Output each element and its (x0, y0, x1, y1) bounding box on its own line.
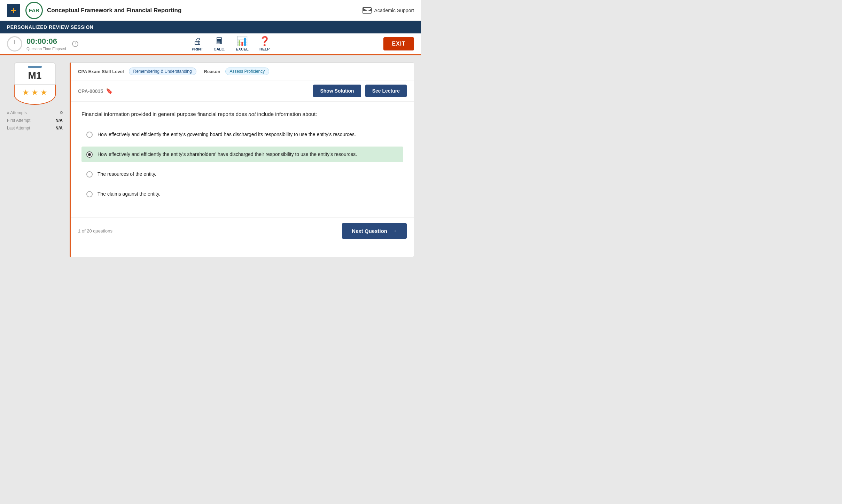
star-2: ★ (31, 88, 38, 97)
print-icon: 🖨 (193, 37, 202, 46)
first-attempt-row: First Attempt N/A (7, 118, 63, 123)
option-a[interactable]: How effectively and efficiently the enti… (81, 127, 403, 142)
attempts-label: # Attempts (7, 110, 27, 115)
last-attempt-label: Last Attempt (7, 126, 30, 131)
next-question-button[interactable]: Next Question → (342, 223, 407, 239)
info-icon[interactable]: i (72, 41, 78, 47)
sidebar: M1 ★ ★ ★ # Attempts 0 First Attempt N/A … (7, 62, 63, 133)
attempts-row: # Attempts 0 (7, 110, 63, 115)
option-d-radio[interactable] (86, 191, 93, 197)
question-toolbar: CPA-00015 🔖 Show Solution See Lecture (71, 80, 414, 102)
question-id: CPA-00015 🔖 (78, 88, 309, 94)
clock-icon (7, 36, 22, 52)
question-panel: CPA Exam Skill Level Remembering & Under… (70, 62, 414, 257)
academic-support-link[interactable]: Academic Support (362, 7, 414, 14)
calc-icon: 🖩 (215, 37, 224, 46)
timer-label: Question Time Elapsed (26, 47, 66, 51)
print-label: PRINT (192, 47, 203, 51)
badge-shield: M1 ★ ★ ★ (14, 62, 56, 105)
session-bar: PERSONALIZED REVIEW SESSION (0, 21, 421, 33)
see-lecture-button[interactable]: See Lecture (365, 85, 407, 97)
star-3: ★ (40, 88, 47, 97)
top-header: + FAR Conceptual Framework and Financial… (0, 0, 421, 21)
academic-support-label: Academic Support (374, 8, 414, 13)
skill-badge: Remembering & Understanding (129, 68, 196, 75)
panel-header: CPA Exam Skill Level Remembering & Under… (71, 63, 414, 80)
last-attempt-row: Last Attempt N/A (7, 126, 63, 131)
main-content: M1 ★ ★ ★ # Attempts 0 First Attempt N/A … (0, 55, 421, 264)
shield-indicator (28, 66, 42, 68)
first-attempt-label: First Attempt (7, 118, 30, 123)
star-1: ★ (22, 88, 29, 97)
option-d-text: The claims against the entity. (98, 190, 160, 198)
attempts-value: 0 (60, 110, 63, 115)
next-button-label: Next Question (352, 228, 387, 234)
page-title: Conceptual Framework and Financial Repor… (47, 7, 362, 14)
excel-button[interactable]: 📊 EXCEL (236, 37, 249, 51)
session-title: PERSONALIZED REVIEW SESSION (7, 24, 93, 30)
excel-label: EXCEL (236, 47, 249, 51)
options-list: How effectively and efficiently the enti… (81, 127, 403, 202)
option-b[interactable]: How effectively and efficiently the enti… (81, 147, 403, 162)
show-solution-button[interactable]: Show Solution (313, 85, 361, 97)
option-d[interactable]: The claims against the entity. (81, 186, 403, 202)
option-c-text: The resources of the entity. (98, 171, 156, 178)
toolbar: 00:00:06 Question Time Elapsed i 🖨 PRINT… (0, 33, 421, 55)
bookmark-icon[interactable]: 🔖 (106, 88, 113, 94)
print-button[interactable]: 🖨 PRINT (192, 37, 203, 51)
excel-icon: 📊 (236, 37, 248, 46)
help-label: HELP (259, 47, 270, 51)
option-a-radio[interactable] (86, 132, 93, 138)
option-b-text: How effectively and efficiently the enti… (98, 151, 357, 158)
shield-bottom: ★ ★ ★ (14, 85, 56, 105)
reason-label: Reason (204, 69, 220, 74)
plus-symbol: + (11, 6, 16, 15)
exit-button[interactable]: EXIT (383, 37, 414, 50)
far-badge: FAR (25, 2, 43, 19)
plus-icon: + (7, 4, 20, 17)
help-button[interactable]: ❓ HELP (259, 37, 270, 51)
toolbar-buttons: 🖨 PRINT 🖩 CALC. 📊 EXCEL ❓ HELP (78, 37, 384, 51)
stats-area: # Attempts 0 First Attempt N/A Last Atte… (7, 110, 63, 133)
question-text: Financial information provided in genera… (81, 110, 403, 118)
help-icon: ❓ (259, 37, 270, 46)
first-attempt-value: N/A (55, 118, 63, 123)
last-attempt-value: N/A (55, 126, 63, 131)
timer-display: 00:00:06 (26, 37, 66, 46)
module-label: M1 (28, 70, 42, 81)
option-b-radio[interactable] (86, 151, 93, 158)
calc-button[interactable]: 🖩 CALC. (213, 37, 225, 51)
panel-footer: 1 of 20 questions Next Question → (71, 217, 414, 244)
option-a-text: How effectively and efficiently the enti… (98, 131, 356, 138)
calc-label: CALC. (213, 47, 225, 51)
far-label: FAR (29, 7, 39, 13)
option-c-radio[interactable] (86, 171, 93, 178)
reason-badge: Assess Proficiency (225, 68, 270, 75)
email-icon (362, 7, 372, 14)
skill-level-label: CPA Exam Skill Level (78, 69, 124, 74)
timer-area: 00:00:06 Question Time Elapsed i (7, 36, 78, 52)
question-count: 1 of 20 questions (78, 228, 112, 234)
question-body: Financial information provided in genera… (71, 102, 414, 210)
option-c[interactable]: The resources of the entity. (81, 166, 403, 182)
next-arrow-icon: → (391, 227, 397, 235)
shield-top: M1 (14, 62, 56, 85)
